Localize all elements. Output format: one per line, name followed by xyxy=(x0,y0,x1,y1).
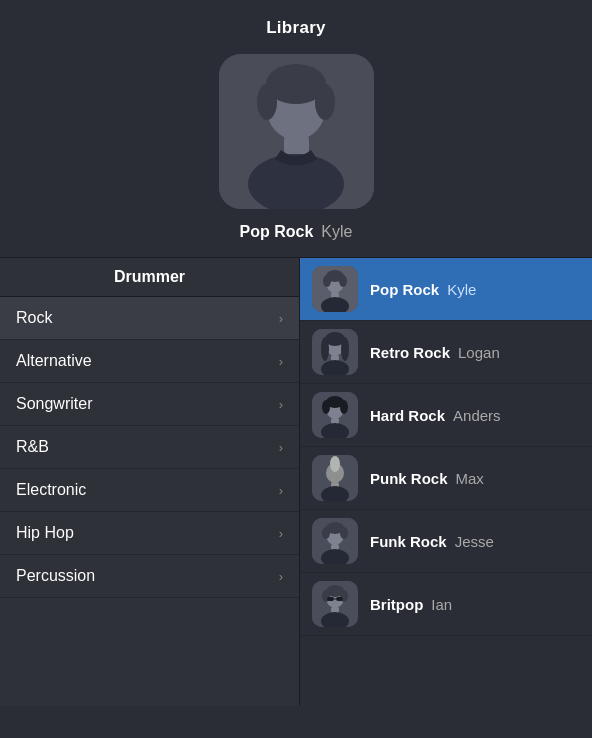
bottom-panel: Drummer Rock › Alternative › Songwriter … xyxy=(0,258,592,706)
category-item-alternative[interactable]: Alternative › xyxy=(0,340,299,383)
drummer-name-kyle: Kyle xyxy=(447,281,476,298)
svg-point-36 xyxy=(322,527,330,539)
svg-point-37 xyxy=(340,527,348,539)
svg-point-4 xyxy=(315,84,335,120)
category-item-rnb[interactable]: R&B › xyxy=(0,426,299,469)
svg-rect-5 xyxy=(284,136,309,154)
category-item-percussion[interactable]: Percussion › xyxy=(0,555,299,598)
chevron-icon-rnb: › xyxy=(279,440,283,455)
main-avatar xyxy=(219,54,374,209)
drummer-avatar-kyle xyxy=(312,266,358,312)
drummer-name-jesse: Jesse xyxy=(455,533,494,550)
drummer-item-hardrock[interactable]: Hard Rock Anders xyxy=(300,384,592,447)
category-item-rock[interactable]: Rock › xyxy=(0,297,299,340)
chevron-icon-rock: › xyxy=(279,311,283,326)
drummer-item-retrorock[interactable]: Retro Rock Logan xyxy=(300,321,592,384)
drummer-name-anders: Anders xyxy=(453,407,501,424)
category-label-alternative: Alternative xyxy=(16,352,92,370)
drummer-name-logan: Logan xyxy=(458,344,500,361)
categories-panel: Drummer Rock › Alternative › Songwriter … xyxy=(0,258,300,706)
category-item-songwriter[interactable]: Songwriter › xyxy=(0,383,299,426)
svg-point-11 xyxy=(339,275,347,287)
category-label-percussion: Percussion xyxy=(16,567,95,585)
category-label-rnb: R&B xyxy=(16,438,49,456)
svg-point-30 xyxy=(330,456,340,472)
drummer-genre-punkrock: Punk Rock xyxy=(370,470,448,487)
chevron-icon-electronic: › xyxy=(279,483,283,498)
category-label-hiphop: Hip Hop xyxy=(16,524,74,542)
drummer-info-logan: Retro Rock Logan xyxy=(370,344,500,361)
drummer-genre-poprock: Pop Rock xyxy=(370,281,439,298)
selected-info: Pop Rock Kyle xyxy=(240,223,353,241)
svg-point-24 xyxy=(322,400,330,414)
svg-point-17 xyxy=(321,337,329,361)
drummer-avatar-jesse xyxy=(312,518,358,564)
drummer-item-poprock[interactable]: Pop Rock Kyle xyxy=(300,258,592,321)
drummer-name-max: Max xyxy=(456,470,484,487)
drummer-genre-britpop: Britpop xyxy=(370,596,423,613)
category-label-electronic: Electronic xyxy=(16,481,86,499)
chevron-icon-songwriter: › xyxy=(279,397,283,412)
svg-point-25 xyxy=(340,400,348,414)
svg-point-18 xyxy=(341,337,349,361)
svg-point-10 xyxy=(323,275,331,287)
selected-genre: Pop Rock xyxy=(240,223,314,241)
library-title: Library xyxy=(266,18,326,38)
library-section: Library Pop Rock Kyle xyxy=(0,0,592,257)
selected-name: Kyle xyxy=(321,223,352,241)
drummer-item-punkrock[interactable]: Punk Rock Max xyxy=(300,447,592,510)
svg-rect-45 xyxy=(327,597,334,601)
drummer-info-kyle: Pop Rock Kyle xyxy=(370,281,476,298)
chevron-icon-percussion: › xyxy=(279,569,283,584)
drummer-info-jesse: Funk Rock Jesse xyxy=(370,533,494,550)
drummer-avatar-max xyxy=(312,455,358,501)
drummer-item-britpop[interactable]: Britpop Ian xyxy=(300,573,592,636)
category-item-electronic[interactable]: Electronic › xyxy=(0,469,299,512)
category-label-songwriter: Songwriter xyxy=(16,395,92,413)
drummer-name-ian: Ian xyxy=(431,596,452,613)
category-label-rock: Rock xyxy=(16,309,52,327)
chevron-icon-hiphop: › xyxy=(279,526,283,541)
chevron-icon-alternative: › xyxy=(279,354,283,369)
drummers-panel: Pop Rock Kyle Retro Rock L xyxy=(300,258,592,706)
drummer-avatar-anders xyxy=(312,392,358,438)
categories-header: Drummer xyxy=(0,258,299,297)
drummer-info-ian: Britpop Ian xyxy=(370,596,452,613)
drummer-genre-funkrock: Funk Rock xyxy=(370,533,447,550)
drummer-genre-hardrock: Hard Rock xyxy=(370,407,445,424)
category-item-hiphop[interactable]: Hip Hop › xyxy=(0,512,299,555)
svg-rect-46 xyxy=(336,597,343,601)
drummer-avatar-logan xyxy=(312,329,358,375)
drummer-avatar-ian xyxy=(312,581,358,627)
drummer-item-funkrock[interactable]: Funk Rock Jesse xyxy=(300,510,592,573)
drummer-info-max: Punk Rock Max xyxy=(370,470,484,487)
svg-point-3 xyxy=(257,84,277,120)
drummer-genre-retrorock: Retro Rock xyxy=(370,344,450,361)
drummer-info-anders: Hard Rock Anders xyxy=(370,407,501,424)
